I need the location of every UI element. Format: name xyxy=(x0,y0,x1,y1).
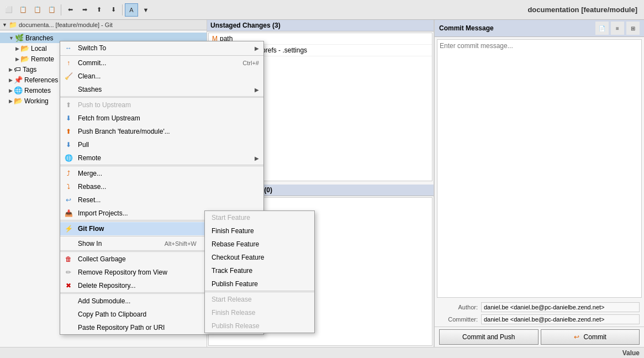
submenu-label-start-feature: Start Feature xyxy=(212,214,250,222)
submenu-label-publish-feature: Publish Feature xyxy=(212,280,258,288)
toolbar-sep-1 xyxy=(61,4,61,15)
submenu-label-track-feature: Track Feature xyxy=(212,267,252,275)
commit-and-push-button[interactable]: Commit and Push xyxy=(439,329,539,345)
submenu-label-finish-feature: Finish Feature xyxy=(212,227,254,235)
merge-icon: ⤴ xyxy=(64,169,73,178)
sidebar-item-label-working: Working xyxy=(24,97,49,105)
menu-item-commit[interactable]: ↑ Commit... Ctrl+# xyxy=(60,56,263,70)
menu-label-clean: Clean... xyxy=(78,72,101,80)
menu-item-fetch-upstream[interactable]: ⬇ Fetch from Upstream xyxy=(60,112,263,125)
toolbar: ⬜ 📋 📋 📋 ⬅ ➡ ⬆ ⬇ A ▼ documentation [featu… xyxy=(0,0,644,20)
submenu-label-finish-release: Finish Release xyxy=(212,309,255,317)
window-title: documentation [feature/module] xyxy=(523,6,642,14)
switch-to-icon: ↔ xyxy=(64,43,73,53)
submenu-finish-feature[interactable]: Finish Feature xyxy=(205,224,314,238)
menu-label-paste-path: Paste Repository Path or URI xyxy=(78,324,165,331)
committer-value: daniel.be <daniel.be@pc-danielbe.zend.ne… xyxy=(481,314,640,324)
references-icon: 📌 xyxy=(14,76,23,84)
menu-label-fetch-upstream: Fetch from Upstream xyxy=(78,114,140,122)
toolbar-btn-5[interactable]: ⬅ xyxy=(64,3,77,17)
branches-icon: 🌿 xyxy=(15,34,24,42)
sidebar-item-label-tags: Tags xyxy=(23,66,36,73)
menu-item-push-upstream[interactable]: ⬆ Push to Upstream xyxy=(60,98,263,112)
gitflow-submenu: Start Feature Finish Feature Rebase Feat… xyxy=(204,210,315,333)
submenu-checkout-feature[interactable]: Checkout Feature xyxy=(205,251,314,264)
switch-to-submenu-arrow: ▶ xyxy=(250,45,259,51)
ref-expand-arrow: ▶ xyxy=(9,77,13,83)
commit-message-input[interactable] xyxy=(437,39,642,298)
remotes-expand-arrow: ▶ xyxy=(9,88,13,93)
working-expand-arrow: ▶ xyxy=(9,98,13,104)
menu-label-merge: Merge... xyxy=(78,170,102,177)
copy-path-icon xyxy=(64,309,73,319)
toolbar-btn-highlight[interactable]: A xyxy=(125,3,138,17)
sidebar-item-label-local: Local xyxy=(31,45,47,52)
submenu-publish-feature[interactable]: Publish Feature xyxy=(205,277,314,291)
menu-item-remote[interactable]: 🌐 Remote ▶ xyxy=(60,151,263,165)
local-icon: 📂 xyxy=(20,44,29,52)
menu-label-copy-path: Copy Path to Clipboard xyxy=(78,310,146,318)
collapse-arrow: ▼ xyxy=(2,22,7,28)
menu-item-push-branch[interactable]: ⬆ Push Branch 'feature/module'... xyxy=(60,125,263,138)
toolbar-btn-2[interactable]: 📋 xyxy=(17,3,30,17)
divider-3 xyxy=(60,166,263,166)
stashes-icon xyxy=(64,85,73,94)
author-section: Author: daniel.be <daniel.be@pc-danielbe… xyxy=(435,300,644,327)
toolbar-btn-dropdown[interactable]: ▼ xyxy=(139,3,152,17)
submenu-finish-release[interactable]: Finish Release xyxy=(205,306,314,319)
toolbar-btn-3[interactable]: 📋 xyxy=(31,3,44,17)
submenu-publish-release[interactable]: Publish Release xyxy=(205,319,314,333)
menu-label-show-in: Show In xyxy=(78,240,102,248)
show-in-shortcut: Alt+Shift+W xyxy=(156,240,197,247)
remote-icon: 🌐 xyxy=(64,153,73,163)
bottom-bar: Value xyxy=(0,347,644,358)
remote-submenu-arrow: ▶ xyxy=(250,155,259,161)
paste-path-icon xyxy=(64,323,73,333)
commit-header-btn-2[interactable]: ≡ xyxy=(611,22,624,35)
submenu-start-feature[interactable]: Start Feature xyxy=(205,211,314,224)
committer-row: Committer: daniel.be <daniel.be@pc-danie… xyxy=(439,314,640,324)
unstaged-header: Unstaged Changes (3) xyxy=(207,20,434,31)
menu-item-rebase[interactable]: ⤵ Rebase... xyxy=(60,180,263,193)
branch-expand-arrow: ▼ xyxy=(9,35,14,41)
menu-item-switch-to[interactable]: ↔ Switch To ▶ xyxy=(60,41,263,55)
main-area: ▼ 📁 documenta... [feature/module] - Git … xyxy=(0,20,644,347)
commit-header: Commit Message 📄 ≡ ⊞ xyxy=(435,20,644,37)
working-icon: 📂 xyxy=(14,97,23,105)
submenu-divider-1 xyxy=(205,292,314,292)
submenu-track-feature[interactable]: Track Feature xyxy=(205,264,314,277)
menu-label-stashes: Stashes xyxy=(78,86,102,93)
remotes-icon: 🌐 xyxy=(14,86,23,94)
toolbar-sep-2 xyxy=(122,4,123,15)
menu-item-pull[interactable]: ⬇ Pull xyxy=(60,138,263,151)
menu-item-merge[interactable]: ⤴ Merge... xyxy=(60,167,263,180)
toolbar-btn-4[interactable]: 📋 xyxy=(45,3,59,17)
toolbar-btn-7[interactable]: ⬆ xyxy=(92,3,105,17)
menu-label-gitflow: Git Flow xyxy=(78,225,104,233)
left-panel-root-item[interactable]: ▼ 📁 documenta... [feature/module] - Git xyxy=(0,20,207,30)
tags-icon: 🏷 xyxy=(14,65,21,73)
commit-header-icons: 📄 ≡ ⊞ xyxy=(595,22,640,35)
commit-button[interactable]: ↩ Commit xyxy=(541,329,640,345)
menu-label-reset: Reset... xyxy=(78,196,101,204)
toolbar-btn-8[interactable]: ⬇ xyxy=(107,3,120,17)
commit-header-btn-3[interactable]: ⊞ xyxy=(626,22,640,35)
toolbar-btn-6[interactable]: ➡ xyxy=(78,3,91,17)
menu-label-push-branch: Push Branch 'feature/module'... xyxy=(78,128,170,135)
menu-label-switch-to: Switch To xyxy=(78,44,106,52)
remote-expand-arrow: ▶ xyxy=(15,56,19,62)
submenu-start-release[interactable]: Start Release xyxy=(205,293,314,306)
pull-icon: ⬇ xyxy=(64,140,73,150)
menu-item-clean[interactable]: 🧹 Clean... xyxy=(60,70,263,83)
menu-label-collect-garbage: Collect Garbage xyxy=(78,255,126,263)
push-upstream-icon: ⬆ xyxy=(64,100,73,110)
sidebar-item-label-branches: Branches xyxy=(25,34,54,42)
submenu-label-start-release: Start Release xyxy=(212,296,252,303)
commit-header-btn-1[interactable]: 📄 xyxy=(595,22,609,35)
toolbar-btn-1[interactable]: ⬜ xyxy=(2,3,15,17)
menu-item-reset[interactable]: ↩ Reset... xyxy=(60,193,263,207)
submenu-rebase-feature[interactable]: Rebase Feature xyxy=(205,238,314,251)
tags-expand-arrow: ▶ xyxy=(9,67,13,72)
menu-item-stashes[interactable]: Stashes ▶ xyxy=(60,83,263,97)
commit-buttons: Commit and Push ↩ Commit xyxy=(435,327,644,347)
